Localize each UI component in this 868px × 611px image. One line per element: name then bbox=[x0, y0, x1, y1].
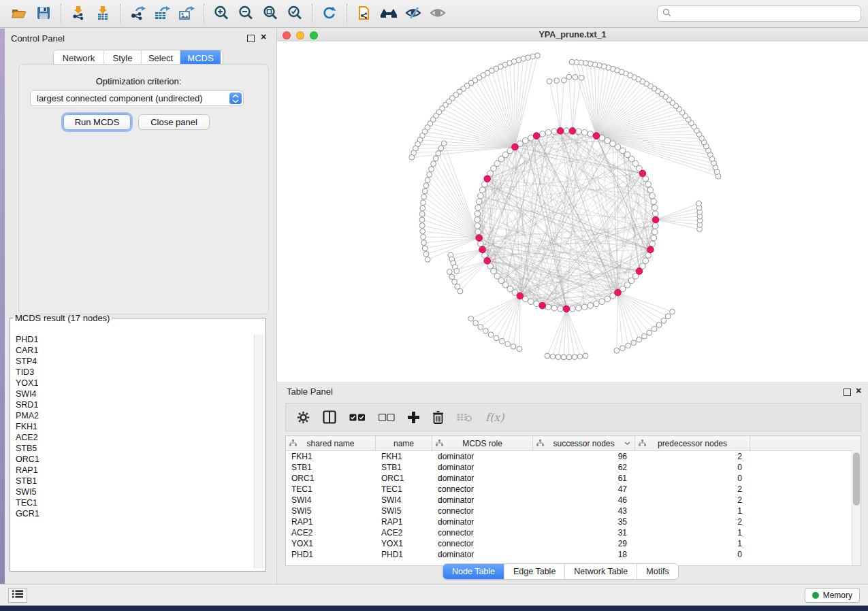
table-row[interactable]: PHD1PHD1dominator180 bbox=[286, 549, 861, 560]
network-graph[interactable] bbox=[277, 42, 868, 382]
desktop-wallpaper-strip bbox=[0, 29, 5, 584]
column-header-filler bbox=[750, 436, 861, 450]
table-row[interactable]: TEC1TEC1connector472 bbox=[286, 484, 861, 495]
refresh-button[interactable] bbox=[317, 3, 342, 24]
run-mcds-button[interactable]: Run MCDS bbox=[63, 114, 131, 130]
export-network-button[interactable] bbox=[125, 3, 150, 24]
table-cell: 18 bbox=[533, 549, 635, 560]
mcds-result-item[interactable]: ORC1 bbox=[12, 454, 255, 465]
import-network-button[interactable] bbox=[66, 3, 91, 24]
mcds-result-item[interactable]: STP4 bbox=[12, 356, 255, 367]
import-table-button[interactable] bbox=[91, 3, 115, 24]
list-icon bbox=[12, 590, 23, 600]
tab-network-table[interactable]: Network Table bbox=[564, 564, 637, 579]
birds-eye-button[interactable] bbox=[376, 3, 401, 24]
network-window-titlebar[interactable]: YPA_prune.txt_1 bbox=[277, 29, 868, 42]
table-cell: YOX1 bbox=[286, 538, 376, 549]
zoom-fit-button[interactable] bbox=[258, 3, 283, 24]
table-cell: PHD1 bbox=[376, 549, 432, 560]
table-cell: 47 bbox=[533, 484, 635, 495]
mcds-result-item[interactable]: STB5 bbox=[12, 443, 255, 454]
show-graphics-button[interactable] bbox=[425, 3, 450, 24]
open-session-button[interactable] bbox=[7, 3, 31, 24]
deselect-all-button[interactable] bbox=[379, 414, 395, 421]
memory-button[interactable]: Memory bbox=[805, 588, 860, 603]
tab-edge-table[interactable]: Edge Table bbox=[504, 564, 564, 579]
tab-style[interactable]: Style bbox=[103, 50, 141, 65]
table-cell: TEC1 bbox=[286, 484, 376, 495]
memory-label: Memory bbox=[823, 591, 852, 600]
table-row[interactable]: ORC1ORC1dominator610 bbox=[286, 473, 861, 484]
search-field[interactable] bbox=[657, 5, 861, 22]
control-panel-title: Control Panel bbox=[11, 33, 65, 44]
tab-node-table[interactable]: Node Table bbox=[443, 564, 504, 579]
table-row[interactable]: SWI5SWI5connector431 bbox=[286, 506, 861, 516]
mcds-result-item[interactable]: ACE2 bbox=[12, 432, 255, 443]
table-cell: SWI5 bbox=[286, 506, 376, 516]
column-button[interactable] bbox=[323, 410, 336, 424]
table-cell: SWI5 bbox=[376, 506, 432, 516]
save-session-button[interactable] bbox=[31, 3, 56, 24]
table-cell: connector bbox=[432, 538, 533, 549]
clone-network-icon bbox=[357, 5, 372, 23]
mcds-result-item[interactable]: SWI5 bbox=[12, 486, 255, 497]
mcds-result-item[interactable]: SWI4 bbox=[12, 389, 255, 399]
tab-network[interactable]: Network bbox=[54, 50, 103, 65]
select-all-button[interactable] bbox=[349, 414, 366, 421]
hide-graphics-button[interactable] bbox=[401, 3, 425, 24]
table-cell: FKH1 bbox=[286, 451, 376, 462]
close-panel-button[interactable]: Close panel bbox=[138, 114, 210, 130]
mcds-result-item[interactable]: CAR1 bbox=[12, 345, 255, 356]
zoom-in-button[interactable] bbox=[209, 3, 234, 24]
column-header-name[interactable]: name bbox=[376, 436, 432, 450]
mcds-result-item[interactable]: PMA2 bbox=[12, 410, 255, 421]
criterion-dropdown[interactable]: largest connected component (undirected) bbox=[30, 90, 244, 106]
mcds-result-item[interactable]: SRD1 bbox=[12, 399, 255, 410]
mcds-result-item[interactable]: RAP1 bbox=[12, 465, 255, 476]
add-column-button[interactable] bbox=[408, 412, 419, 423]
table-row[interactable]: STB1STB1dominator620 bbox=[286, 462, 861, 473]
float-panel-icon[interactable] bbox=[843, 389, 851, 396]
table-scrollbar-thumb[interactable] bbox=[853, 452, 860, 506]
table-row[interactable]: SWI4SWI4dominator462 bbox=[286, 495, 861, 506]
mcds-list-scrollbar[interactable] bbox=[254, 334, 263, 569]
table-row[interactable]: FKH1FKH1dominator962 bbox=[286, 451, 861, 462]
clone-network-button[interactable] bbox=[352, 3, 376, 24]
tab-mcds[interactable]: MCDS bbox=[180, 50, 221, 65]
table-row[interactable]: ACE2ACE2connector311 bbox=[286, 527, 861, 538]
mcds-result-item[interactable]: STB1 bbox=[12, 476, 255, 486]
export-table-button[interactable] bbox=[150, 3, 174, 24]
table-cell-filler bbox=[750, 538, 861, 549]
show-panels-button[interactable] bbox=[8, 588, 27, 603]
close-panel-icon[interactable]: × bbox=[261, 32, 266, 42]
table-row[interactable]: RAP1RAP1dominator352 bbox=[286, 516, 861, 527]
mcds-result-item[interactable]: PHD1 bbox=[12, 334, 255, 345]
table-scrollbar[interactable] bbox=[852, 450, 861, 565]
mcds-result-item[interactable]: TID3 bbox=[12, 367, 255, 378]
gear-button[interactable] bbox=[297, 411, 310, 424]
search-input[interactable] bbox=[675, 8, 856, 19]
close-panel-icon[interactable]: × bbox=[856, 386, 861, 395]
float-panel-icon[interactable] bbox=[247, 35, 255, 42]
column-header-predecessor-nodes[interactable]: predecessor nodes bbox=[635, 436, 750, 450]
tab-motifs[interactable]: Motifs bbox=[637, 564, 677, 579]
delete-column-button[interactable] bbox=[432, 411, 444, 424]
mcds-result-item[interactable]: YOX1 bbox=[12, 378, 255, 389]
table-cell: 0 bbox=[635, 462, 750, 473]
tab-select[interactable]: Select bbox=[141, 50, 180, 65]
zoom-out-button[interactable] bbox=[234, 3, 258, 24]
mcds-result-item[interactable]: GCR1 bbox=[12, 508, 255, 519]
column-header-mcds-role[interactable]: MCDS role bbox=[432, 436, 533, 450]
mcds-result-item[interactable]: FKH1 bbox=[12, 421, 255, 432]
table-row[interactable]: YOX1YOX1connector291 bbox=[286, 538, 861, 549]
zoom-selected-button[interactable] bbox=[283, 3, 307, 24]
table-cell: 1 bbox=[635, 538, 750, 549]
table-cell-filler bbox=[750, 527, 861, 538]
column-header-successor-nodes[interactable]: successor nodes bbox=[533, 436, 635, 450]
zoom-selected-icon bbox=[287, 5, 302, 22]
mcds-result-item[interactable]: TEC1 bbox=[12, 497, 255, 508]
column-header-shared-name[interactable]: shared name bbox=[286, 436, 376, 450]
node-table: shared name name MCDS role successor nod… bbox=[285, 435, 861, 566]
table-cell: 29 bbox=[533, 538, 635, 549]
export-image-button[interactable] bbox=[174, 3, 199, 24]
